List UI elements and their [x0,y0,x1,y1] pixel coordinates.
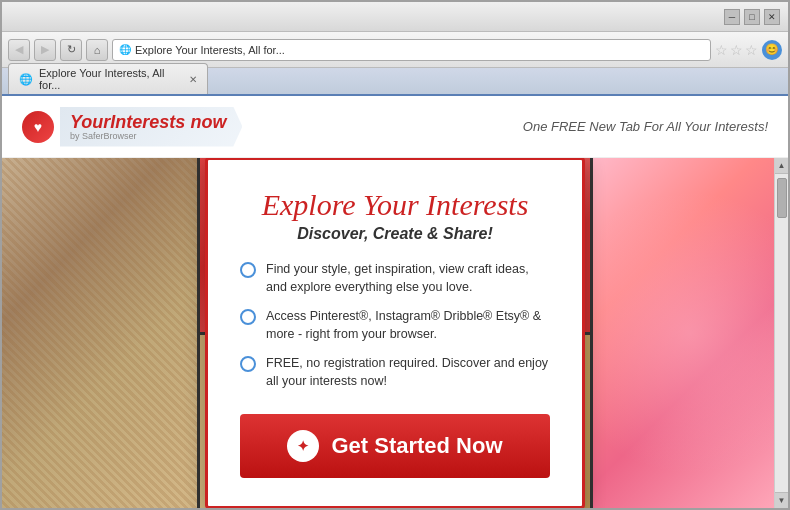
site-icon: 🌐 [119,44,131,55]
logo-badge: ♥ [22,111,54,143]
get-started-button[interactable]: ✦ Get Started Now [240,414,550,478]
logo-now: now [190,112,226,132]
modal-subtitle: Discover, Create & Share! [240,225,550,243]
feature-item-2: Access Pinterest®, Instagram® Dribble® E… [240,308,550,343]
feature-list: Find your style, get inspiration, view c… [240,261,550,390]
window-controls: ─ □ ✕ [724,9,780,25]
cta-icon: ✦ [287,430,319,462]
modal-title: Explore Your Interests [240,188,550,221]
refresh-button[interactable]: ↻ [60,39,82,61]
feature-text-3: FREE, no registration required. Discover… [266,355,550,390]
header-tagline: One FREE New Tab For All Your Interests! [523,119,768,134]
browser-window: ─ □ ✕ ◀ ▶ ↻ ⌂ 🌐 Explore Your Interests, … [0,0,790,510]
logo-main-text: YourInterests now [70,113,226,131]
active-tab[interactable]: 🌐 Explore Your Interests, All for... ✕ [8,63,208,94]
feature-item-3: FREE, no registration required. Discover… [240,355,550,390]
modal-card: Explore Your Interests Discover, Create … [205,158,585,508]
scrollbar: ▲ ▼ [774,158,788,508]
star-icon-1[interactable]: ☆ [715,42,728,58]
star-icon-3[interactable]: ☆ [745,42,758,58]
maximize-button[interactable]: □ [744,9,760,25]
address-text: Explore Your Interests, All for... [135,44,704,56]
feature-text-2: Access Pinterest®, Instagram® Dribble® E… [266,308,550,343]
content-area: ♥ YourInterests now by SaferBrowser One … [2,96,788,508]
address-bar[interactable]: 🌐 Explore Your Interests, All for... [112,39,711,61]
feature-item-1: Find your style, get inspiration, view c… [240,261,550,296]
bullet-1 [240,262,256,278]
feature-text-1: Find your style, get inspiration, view c… [266,261,550,296]
logo-sub-text: by SaferBrowser [70,131,226,141]
site-header: ♥ YourInterests now by SaferBrowser One … [2,96,788,158]
hero-section: SAFER Explore Your Interests Discover, C… [2,158,788,508]
tab-title: Explore Your Interests, All for... [39,67,183,91]
bookmark-icons: ☆ ☆ ☆ [715,42,758,58]
logo-text: YourInterests now by SaferBrowser [60,107,242,147]
bg-hair-cell [2,158,197,508]
user-icon[interactable]: 😊 [762,40,782,60]
logo-your: Your [70,112,110,132]
scroll-up-arrow[interactable]: ▲ [775,158,788,174]
logo-area: ♥ YourInterests now by SaferBrowser [22,107,242,147]
back-button[interactable]: ◀ [8,39,30,61]
close-button[interactable]: ✕ [764,9,780,25]
tab-close-button[interactable]: ✕ [189,74,197,85]
tab-icon: 🌐 [19,73,33,86]
tab-bar: 🌐 Explore Your Interests, All for... ✕ [2,68,788,94]
bullet-2 [240,309,256,325]
title-bar: ─ □ ✕ [2,2,788,32]
cta-label: Get Started Now [331,433,502,459]
scroll-down-arrow[interactable]: ▼ [775,492,788,508]
scroll-thumb[interactable] [777,178,787,218]
forward-button[interactable]: ▶ [34,39,56,61]
browser-chrome: ◀ ▶ ↻ ⌂ 🌐 Explore Your Interests, All fo… [2,32,788,96]
home-button[interactable]: ⌂ [86,39,108,61]
star-icon-2[interactable]: ☆ [730,42,743,58]
bg-rose-cell [593,158,788,508]
bullet-3 [240,356,256,372]
logo-interests: Interests [110,112,185,132]
minimize-button[interactable]: ─ [724,9,740,25]
logo-heart-icon: ♥ [34,119,42,135]
